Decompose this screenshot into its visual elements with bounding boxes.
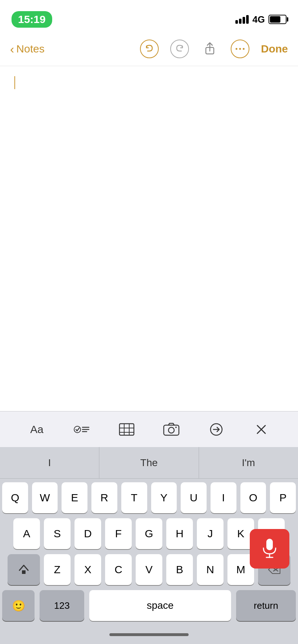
return-key[interactable]: return — [236, 590, 296, 621]
undo-button[interactable] — [140, 40, 159, 58]
signal-bar-1 — [235, 20, 238, 24]
shift-key[interactable] — [8, 554, 40, 585]
camera-button[interactable] — [159, 417, 184, 442]
signal-bar-4 — [246, 15, 249, 24]
key-t[interactable]: T — [121, 482, 147, 513]
key-v[interactable]: V — [136, 554, 162, 585]
home-indicator-bar — [109, 633, 189, 636]
autocomplete-item-2[interactable]: The — [99, 447, 199, 478]
key-w[interactable]: W — [32, 482, 58, 513]
svg-point-2 — [236, 48, 238, 50]
nav-bar: ‹ Notes — [0, 32, 298, 66]
done-button[interactable]: Done — [261, 43, 288, 55]
home-indicator — [0, 625, 298, 644]
table-button[interactable] — [114, 417, 139, 442]
key-y[interactable]: Y — [151, 482, 177, 513]
text-cursor — [14, 76, 15, 89]
svg-point-5 — [74, 426, 81, 433]
redo-button[interactable] — [170, 40, 189, 58]
note-content-area[interactable] — [0, 66, 298, 368]
svg-rect-24 — [266, 539, 273, 550]
text-format-button[interactable]: Aa — [24, 417, 49, 442]
numbers-key[interactable]: 123 — [40, 590, 84, 621]
key-j[interactable]: J — [197, 518, 224, 549]
keyboard-container: Aa — [0, 411, 298, 644]
autocomplete-item-1[interactable]: I — [0, 447, 99, 478]
autocomplete-row: I The I'm — [0, 447, 298, 479]
autocomplete-item-3[interactable]: I'm — [199, 447, 298, 478]
key-x[interactable]: X — [74, 554, 101, 585]
close-formatting-button[interactable] — [249, 417, 274, 442]
key-n[interactable]: N — [197, 554, 224, 585]
key-b[interactable]: B — [166, 554, 193, 585]
back-chevron-icon: ‹ — [10, 43, 14, 55]
key-i[interactable]: I — [211, 482, 236, 513]
key-q[interactable]: Q — [2, 482, 28, 513]
battery-icon — [268, 15, 286, 24]
key-g[interactable]: G — [136, 518, 162, 549]
key-d[interactable]: D — [74, 518, 101, 549]
key-p[interactable]: P — [270, 482, 296, 513]
svg-point-16 — [175, 427, 177, 428]
svg-rect-9 — [119, 424, 134, 435]
svg-point-3 — [239, 48, 241, 50]
key-s[interactable]: S — [44, 518, 71, 549]
back-label: Notes — [16, 43, 44, 55]
svg-rect-21 — [22, 570, 26, 574]
svg-point-15 — [168, 427, 174, 433]
checklist-button[interactable] — [69, 417, 94, 442]
key-a[interactable]: A — [13, 518, 40, 549]
status-bar: 15:19 4G — [0, 0, 298, 32]
emoji-key[interactable]: 🙂 — [2, 590, 35, 621]
network-type: 4G — [252, 14, 265, 25]
key-row-1: Q W E R T Y U I O P — [2, 482, 296, 513]
battery-fill — [270, 16, 280, 23]
key-f[interactable]: F — [105, 518, 132, 549]
nav-actions: Done — [140, 40, 288, 58]
svg-point-4 — [243, 48, 245, 50]
undo-icon — [140, 40, 159, 58]
more-icon — [231, 40, 249, 58]
key-h[interactable]: H — [166, 518, 193, 549]
key-row-bottom: 🙂 123 space return — [2, 590, 296, 621]
markup-button[interactable] — [204, 417, 229, 442]
key-r[interactable]: R — [91, 482, 117, 513]
microphone-icon — [261, 538, 279, 560]
microphone-button[interactable] — [250, 529, 289, 569]
key-e[interactable]: E — [62, 482, 87, 513]
back-button[interactable]: ‹ Notes — [10, 43, 45, 55]
signal-bar-3 — [243, 17, 245, 24]
status-right: 4G — [235, 14, 286, 25]
share-button[interactable] — [200, 40, 219, 58]
more-button[interactable] — [231, 40, 249, 58]
key-u[interactable]: U — [181, 482, 207, 513]
redo-icon — [170, 40, 189, 58]
key-c[interactable]: C — [105, 554, 132, 585]
key-o[interactable]: O — [240, 482, 266, 513]
formatting-toolbar: Aa — [0, 411, 298, 447]
svg-rect-14 — [164, 425, 179, 435]
aa-label: Aa — [30, 423, 44, 436]
signal-bars — [235, 15, 249, 24]
status-time: 15:19 — [12, 11, 52, 28]
key-z[interactable]: Z — [44, 554, 71, 585]
space-key[interactable]: space — [89, 590, 231, 621]
signal-bar-2 — [239, 19, 241, 24]
emoji-icon: 🙂 — [12, 599, 25, 612]
